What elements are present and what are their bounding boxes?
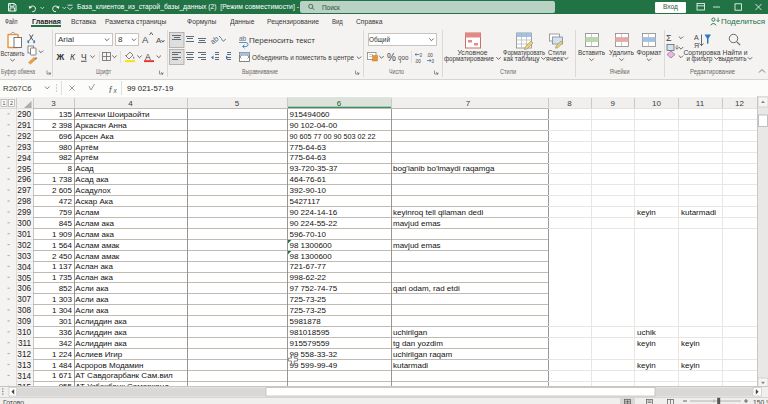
svg-text:Редактирование: Редактирование: [690, 68, 735, 76]
svg-text:АТ Савдогарбанк Сам.вил: АТ Савдогарбанк Сам.вил: [75, 371, 173, 380]
svg-text:6: 6: [337, 99, 342, 108]
svg-text:Артём: Артём: [75, 143, 98, 152]
svg-text:313: 313: [17, 361, 31, 370]
svg-text:ab: ab: [239, 35, 247, 42]
svg-text:kutarmadi: kutarmadi: [393, 361, 428, 370]
svg-text:12: 12: [735, 99, 744, 108]
svg-text:980: 980: [59, 143, 73, 152]
svg-text:Асад ака: Асад ака: [75, 175, 109, 184]
svg-text:0: 0: [420, 53, 423, 58]
svg-text:А: А: [694, 34, 699, 41]
svg-text:150 %: 150 %: [753, 399, 768, 404]
svg-text:Число: Число: [389, 68, 404, 75]
svg-text:Я: Я: [694, 42, 699, 49]
svg-text:297: 297: [17, 186, 31, 195]
svg-text:Аслиев Игир: Аслиев Игир: [75, 350, 123, 359]
svg-text:Переносить текст: Переносить текст: [249, 36, 316, 45]
svg-text:Асли ака: Асли ака: [75, 306, 109, 315]
svg-text:Аслан ака: Аслан ака: [75, 273, 113, 282]
svg-text:x: x: [113, 87, 118, 94]
svg-text:292: 292: [17, 132, 31, 141]
svg-text:Аслам: Аслам: [75, 208, 99, 217]
svg-text:303: 303: [17, 252, 31, 261]
svg-text:1 484: 1 484: [52, 361, 73, 370]
svg-text:307: 307: [17, 295, 31, 304]
svg-text:301: 301: [59, 317, 73, 326]
svg-text:311: 311: [18, 339, 31, 348]
svg-text:Объединить и поместить в центр: Объединить и поместить в центре: [252, 53, 354, 62]
svg-text:759: 759: [59, 208, 73, 217]
svg-text:000: 000: [398, 54, 409, 61]
svg-text:форматирование: форматирование: [444, 55, 494, 63]
svg-text:5427117: 5427117: [290, 197, 321, 206]
svg-text:302: 302: [17, 241, 31, 250]
svg-text:10: 10: [652, 99, 661, 108]
svg-text:314: 314: [17, 372, 31, 381]
svg-text:8: 8: [567, 99, 572, 108]
svg-text:Вставить: Вставить: [578, 49, 606, 56]
svg-text:Асроров Модамин: Асроров Модамин: [75, 361, 143, 370]
svg-text:5: 5: [235, 99, 240, 108]
svg-text:ячеек: ячеек: [546, 55, 563, 62]
svg-text:11: 11: [696, 99, 705, 108]
svg-text:Аркасян Анна: Аркасян Анна: [75, 121, 127, 130]
svg-text:725-73-25: 725-73-25: [290, 295, 327, 304]
svg-text:%: %: [387, 52, 396, 63]
svg-text:852: 852: [59, 284, 73, 293]
svg-text:Стили: Стили: [500, 68, 516, 75]
svg-text:Аслиддин ака: Аслиддин ака: [75, 339, 127, 348]
svg-text:1 564: 1 564: [52, 241, 73, 250]
svg-text:Вставить: Вставить: [1, 50, 25, 57]
svg-text:2 605: 2 605: [52, 186, 73, 195]
svg-text:336: 336: [59, 328, 73, 337]
svg-text:uchirilgan raqam: uchirilgan raqam: [393, 350, 452, 359]
svg-text:выделить: выделить: [719, 55, 748, 63]
svg-text:kutarmadi: kutarmadi: [681, 208, 716, 217]
svg-text:97 752-74-75: 97 752-74-75: [290, 284, 338, 293]
svg-text:5981878: 5981878: [290, 317, 322, 326]
svg-text:Выравнивание: Выравнивание: [242, 68, 278, 76]
svg-text:721-67-77: 721-67-77: [290, 262, 327, 271]
svg-text:uchik: uchik: [637, 328, 657, 337]
svg-text:1 909: 1 909: [52, 230, 73, 239]
svg-text:bog'lanib bo'lmaydi raqamga: bog'lanib bo'lmaydi raqamga: [393, 164, 495, 173]
svg-text:Аслам ака: Аслам ака: [75, 230, 114, 239]
svg-text:1 224: 1 224: [52, 350, 73, 359]
svg-text:775-64-63: 775-64-63: [290, 153, 327, 162]
svg-text:90 224-55-22: 90 224-55-22: [290, 219, 338, 228]
svg-text:9: 9: [610, 99, 615, 108]
svg-text:845: 845: [59, 219, 73, 228]
svg-text:8: 8: [118, 35, 123, 44]
svg-text:Ячейки: Ячейки: [610, 68, 630, 75]
svg-text:312: 312: [17, 350, 31, 359]
svg-text:uchirilgan: uchirilgan: [393, 328, 427, 337]
svg-text:1 671: 1 671: [52, 371, 73, 380]
svg-text:Асад: Асад: [75, 164, 94, 173]
svg-text:294: 294: [17, 154, 31, 163]
svg-text:90 224-14-16: 90 224-14-16: [290, 208, 338, 217]
svg-text:Шрифт: Шрифт: [96, 68, 111, 76]
svg-text:93-720-35-37: 93-720-35-37: [290, 164, 339, 173]
svg-text:Удалить: Удалить: [609, 49, 635, 57]
svg-text:775-64-63: 775-64-63: [290, 143, 327, 152]
svg-text:keyin: keyin: [681, 361, 700, 370]
svg-text:982: 982: [59, 153, 73, 162]
svg-text:Аптекчи Шоираойти: Аптекчи Шоираойти: [75, 110, 149, 119]
svg-text:7: 7: [466, 99, 471, 108]
svg-text:Аслиддин ака: Аслиддин ака: [75, 317, 127, 326]
svg-text:Аслан ака: Аслан ака: [75, 262, 113, 271]
svg-text:.00: .00: [415, 59, 422, 64]
svg-text:293: 293: [17, 143, 31, 152]
svg-text:mavjud emas: mavjud emas: [393, 219, 441, 228]
svg-text:Асли ака: Асли ака: [75, 284, 109, 293]
svg-text:90 605 77 00 90 503 02 22: 90 605 77 00 90 503 02 22: [290, 132, 376, 141]
svg-text:296: 296: [17, 175, 31, 184]
svg-text:3: 3: [51, 99, 56, 108]
svg-text:308: 308: [17, 306, 31, 315]
svg-text:290: 290: [17, 110, 31, 119]
svg-text:2 398: 2 398: [52, 121, 73, 130]
svg-text:Аслам амак: Аслам амак: [75, 241, 120, 250]
svg-text:300: 300: [17, 219, 31, 228]
svg-text:Ч: Ч: [81, 52, 87, 62]
svg-text:.00: .00: [427, 53, 434, 58]
